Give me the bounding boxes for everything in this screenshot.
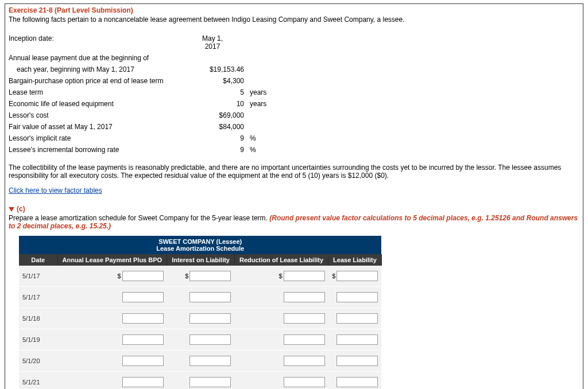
annual-payment-label-1: Annual lease payment due at the beginnin…: [9, 52, 181, 64]
hdr-liability: Lease Liability: [328, 254, 382, 266]
reduction-input-0[interactable]: [284, 271, 325, 281]
payment-input-0[interactable]: [122, 271, 164, 281]
interest-input-2[interactable]: [189, 313, 231, 324]
payment-input-3[interactable]: [122, 334, 164, 345]
implicit-rate-value: 9: [181, 133, 247, 144]
date-cell: 5/1/19: [19, 329, 57, 351]
payment-input-2[interactable]: [122, 313, 164, 324]
lease-term-unit: years: [247, 87, 270, 98]
payment-input-4[interactable]: [122, 356, 164, 366]
reduction-input-1[interactable]: [284, 292, 325, 302]
date-cell: 5/1/17: [19, 266, 57, 287]
facts-table: Inception date: May 1, 2017 Annual lease…: [9, 33, 270, 155]
date-cell: 5/1/20: [19, 351, 57, 372]
factor-tables-link[interactable]: Click here to view factor tables: [9, 186, 102, 194]
interest-input-5[interactable]: [189, 377, 231, 387]
borrow-rate-value: 9: [181, 144, 247, 155]
collectibility-text: The collectibility of the lease payments…: [9, 164, 579, 180]
implicit-rate-label: Lessor's implicit rate: [9, 133, 181, 144]
liability-input-0[interactable]: [336, 271, 378, 281]
triangle-down-icon: [9, 207, 14, 212]
econ-life-unit: years: [247, 98, 270, 110]
payment-input-1[interactable]: [122, 292, 164, 302]
payment-input-5[interactable]: [122, 377, 164, 387]
exercise-title: Exercise 21-8 (Part Level Submission): [9, 6, 579, 14]
econ-life-value: 10: [181, 98, 247, 110]
liability-input-4[interactable]: [336, 356, 378, 366]
fair-value-label: Fair value of asset at May 1, 2017: [9, 121, 181, 133]
liability-input-2[interactable]: [336, 313, 378, 324]
part-c-marker: (c): [9, 205, 579, 213]
fair-value-value: $84,000: [181, 121, 247, 133]
hdr-reduction: Reduction of Lease Liability: [234, 254, 328, 266]
lease-term-value: 5: [181, 87, 247, 98]
inception-value: May 1, 2017: [181, 33, 247, 52]
econ-life-label: Economic life of leased equipment: [9, 98, 181, 110]
interest-input-3[interactable]: [189, 334, 231, 345]
interest-input-4[interactable]: [189, 356, 231, 366]
liability-input-1[interactable]: [336, 292, 378, 302]
reduction-input-4[interactable]: [284, 356, 325, 366]
annual-payment-value: $19,153.46: [181, 64, 247, 75]
date-cell: 5/1/21: [19, 372, 57, 390]
annual-payment-label-2: each year, beginning with May 1, 2017: [9, 64, 181, 75]
reduction-input-2[interactable]: [284, 313, 325, 324]
implicit-rate-unit: %: [247, 133, 270, 144]
reduction-input-5[interactable]: [284, 377, 325, 387]
liability-input-5[interactable]: [336, 377, 378, 387]
lessor-cost-label: Lessor's cost: [9, 110, 181, 121]
amortization-schedule-table: SWEET COMPANY (Lessee) Lease Amortizatio…: [19, 236, 382, 389]
inception-label: Inception date:: [9, 33, 181, 52]
bpo-label: Bargain-purchase option price at end of …: [9, 75, 181, 87]
hdr-interest: Interest on Liability: [167, 254, 235, 266]
interest-input-0[interactable]: [189, 271, 231, 281]
liability-input-3[interactable]: [336, 334, 378, 345]
lease-term-label: Lease term: [9, 87, 181, 98]
reduction-input-3[interactable]: [284, 334, 325, 345]
prepare-text: Prepare a lease amortization schedule fo…: [9, 214, 579, 230]
bpo-value: $4,300: [181, 75, 247, 87]
date-cell: 5/1/17: [19, 287, 57, 308]
borrow-rate-unit: %: [247, 144, 270, 155]
lessor-cost-value: $69,000: [181, 110, 247, 121]
interest-input-1[interactable]: [189, 292, 231, 302]
exercise-intro: The following facts pertain to a noncanc…: [9, 15, 579, 24]
schedule-title: SWEET COMPANY (Lessee) Lease Amortizatio…: [19, 236, 381, 254]
borrow-rate-label: Lessee's incremental borrowing rate: [9, 144, 181, 155]
hdr-payment: Annual Lease Payment Plus BPO: [57, 254, 167, 266]
date-cell: 5/1/18: [19, 308, 57, 329]
hdr-date: Date: [19, 254, 57, 266]
